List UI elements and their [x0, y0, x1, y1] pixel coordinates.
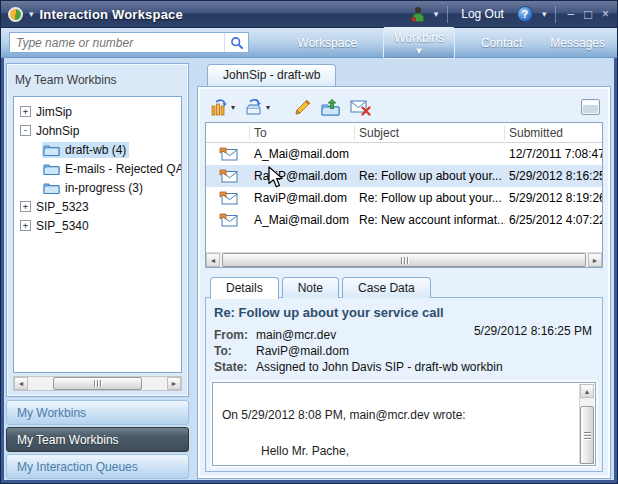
detail-date: 5/29/2012 8:16:25 PM	[474, 324, 592, 338]
tree-node-johnsip[interactable]: - JohnSip	[16, 121, 179, 140]
tree-label: draft-wb (4)	[65, 143, 126, 157]
tree-item-draft-wb[interactable]: draft-wb (4)	[16, 140, 179, 159]
column-header-to[interactable]: To	[250, 126, 355, 140]
email-row[interactable]: A_Mai@mail.dom 12/7/2011 7:08:47 PM	[206, 143, 602, 165]
scroll-up-icon[interactable]: ▲	[580, 384, 594, 398]
close-button[interactable]: ×	[602, 8, 609, 20]
agent-head	[415, 7, 421, 13]
sidebar: My Team Workbins + JimSip - JohnSip	[6, 63, 189, 479]
maximize-button[interactable]: □	[584, 8, 592, 21]
scroll-track[interactable]	[220, 253, 588, 267]
search-input[interactable]	[10, 36, 224, 50]
nav-workbins[interactable]: Workbins ▼	[383, 27, 455, 59]
help-icon[interactable]: ?	[517, 6, 533, 22]
workbin-folder-icon	[43, 143, 60, 156]
column-header-icon[interactable]	[206, 126, 250, 140]
nav-messages[interactable]: Messages	[548, 34, 607, 52]
email-subject: Re: Follow up about your...	[355, 191, 505, 205]
open-button[interactable]	[319, 97, 342, 118]
agent-menu-caret-icon[interactable]: ▾	[434, 10, 439, 19]
email-row[interactable]: A_Mai@mail.dom Re: New account informat.…	[206, 209, 602, 231]
workbin-tab-row: JohnSip - draft-wb	[197, 63, 611, 86]
title-bar: ▾ Interaction Workspace ▾ Log Out ? ▾ – …	[1, 1, 617, 28]
from-label: From:	[212, 327, 256, 343]
agent-status-icon[interactable]	[411, 7, 425, 22]
edit-button[interactable]	[292, 97, 313, 118]
help-menu-caret-icon[interactable]: ▾	[542, 10, 547, 19]
minimize-button[interactable]: –	[567, 8, 574, 20]
delete-button[interactable]	[348, 97, 373, 118]
panel-layout-toggle-icon[interactable]	[581, 99, 600, 115]
list-horizontal-scrollbar[interactable]: ◄ ►	[206, 252, 602, 267]
to-value: RaviP@mail.dom	[256, 343, 349, 359]
tab-details[interactable]: Details	[210, 277, 279, 299]
expand-icon[interactable]: +	[20, 106, 31, 117]
delete-email-icon	[350, 99, 371, 116]
content-area: My Team Workbins + JimSip - JohnSip	[1, 58, 617, 483]
scroll-track[interactable]	[580, 398, 594, 450]
tree-node-sip-5323[interactable]: + SIP_5323	[16, 197, 179, 216]
agent-status-dot	[411, 17, 416, 22]
nav-contact[interactable]: Contact	[479, 34, 524, 52]
email-submitted: 5/29/2012 8:16:25 PM	[505, 169, 602, 183]
tree-node-jimsip[interactable]: + JimSip	[16, 102, 179, 121]
scroll-left-icon[interactable]: ◄	[206, 253, 220, 267]
workbin-folder-icon	[43, 162, 60, 175]
search-icon[interactable]	[224, 33, 248, 52]
my-team-workbins-button[interactable]: My Team Workbins	[6, 427, 189, 452]
tree-node-sip-5340[interactable]: + SIP_5340	[16, 216, 179, 235]
nav-workspace[interactable]: Workspace	[295, 34, 359, 52]
email-submitted: 5/29/2012 8:19:26 PM	[505, 191, 602, 205]
my-interaction-queues-button[interactable]: My Interaction Queues	[6, 454, 189, 479]
scroll-track[interactable]	[28, 377, 167, 390]
chevron-down-icon: ▾	[231, 103, 235, 112]
tree-item-in-progress[interactable]: in-progress (3)	[16, 178, 179, 197]
workbin-box: ▾ ▾	[197, 86, 611, 479]
tree-item-rejected-qa[interactable]: E-mails - Rejected QA	[16, 159, 179, 178]
log-out-button[interactable]: Log Out	[457, 7, 508, 21]
tree-label: JimSip	[36, 105, 72, 119]
move-to-workbin-button[interactable]: ▾	[243, 97, 272, 118]
tab-note[interactable]: Note	[282, 277, 339, 298]
scroll-thumb[interactable]	[53, 377, 142, 390]
column-header-submitted[interactable]: Submitted	[505, 126, 602, 140]
my-workbins-button[interactable]: My Workbins	[6, 400, 189, 425]
email-to: RaviP@mail.dom	[250, 191, 355, 205]
email-envelope-icon	[219, 147, 238, 161]
tree-label: SIP_5323	[36, 200, 89, 214]
scroll-right-icon[interactable]: ►	[167, 377, 181, 390]
move-to-queue-icon	[210, 99, 228, 116]
expand-icon[interactable]: +	[20, 220, 31, 231]
search-box[interactable]	[9, 32, 249, 53]
tab-case-data[interactable]: Case Data	[342, 277, 431, 298]
collapse-icon[interactable]: -	[20, 125, 31, 136]
scroll-thumb[interactable]	[580, 406, 594, 464]
tree-horizontal-scrollbar[interactable]: ◄ ►	[13, 376, 182, 391]
email-row-selected[interactable]: RaviP@mail.dom Re: Follow up about your.…	[206, 165, 602, 187]
app-menu-caret-icon[interactable]: ▾	[29, 10, 34, 19]
expand-icon[interactable]: +	[20, 201, 31, 212]
tab-johnsip-draft-wb[interactable]: JohnSip - draft-wb	[207, 64, 336, 86]
email-body[interactable]: On 5/29/2012 8:08 PM, main@mcr.dev wrote…	[212, 382, 596, 466]
column-header-subject[interactable]: Subject	[355, 126, 505, 140]
email-to: RaviP@mail.dom	[250, 169, 355, 183]
titlebar-separator	[555, 6, 556, 23]
email-body-scrollbar[interactable]: ▲ ▼	[579, 384, 594, 464]
app-logo-icon[interactable]	[8, 7, 23, 22]
tree-label: E-mails - Rejected QA	[65, 162, 182, 176]
nav-bar: Workspace Workbins ▼ Contact Messages	[1, 28, 617, 58]
scroll-left-icon[interactable]: ◄	[14, 377, 28, 390]
email-list: To Subject Submitted A_Mai@mail.do	[205, 122, 603, 268]
scroll-right-icon[interactable]: ►	[588, 253, 602, 267]
email-envelope-icon	[219, 213, 238, 227]
email-submitted: 6/25/2012 4:07:22 PM	[505, 213, 602, 227]
scroll-thumb[interactable]	[222, 253, 586, 267]
email-subject: Re: New account informat...	[355, 213, 505, 227]
email-to: A_Mai@mail.dom	[250, 147, 355, 161]
move-to-queue-button[interactable]: ▾	[208, 97, 237, 118]
chevron-down-icon: ▾	[266, 103, 270, 112]
detail-tabs: Details Note Case Data	[205, 277, 603, 298]
tree-label: JohnSip	[36, 124, 79, 138]
email-row[interactable]: RaviP@mail.dom Re: Follow up about your.…	[206, 187, 602, 209]
email-list-header: To Subject Submitted	[206, 123, 602, 143]
